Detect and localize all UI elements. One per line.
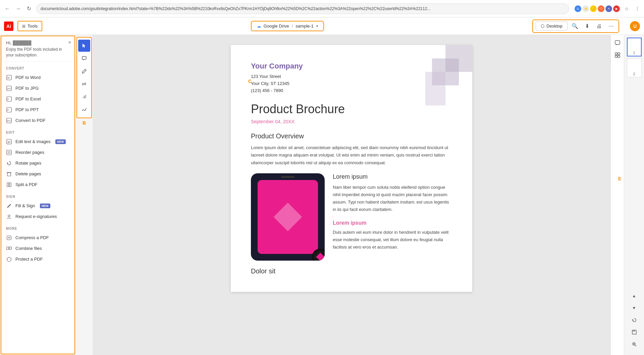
scroll-up-icon[interactable]: ▲ [629,291,640,301]
refresh-doc-icon[interactable] [629,315,640,325]
page-thumb-2[interactable]: 2 [627,58,642,77]
header-center: ☁ Google Drive / sample-1 ▾ [46,21,528,31]
sidebar-item-split-pdf[interactable]: Split a PDF [1,179,74,190]
section1-body: Lorem ipsum dolor sit amet, consectetuer… [251,144,452,166]
svg-line-42 [635,345,636,346]
app-header: Ai ⊞ Tools A ☁ Google Drive / sample-1 ▾… [0,17,644,35]
col1-body: Nam liber tempor cum soluta nobis eleife… [333,184,452,213]
breadcrumb-service-icon: ☁ [257,24,261,29]
header-right-actions: ⬡ Desktop 🔍 ⬇ 🖨 ⋯ [532,19,619,33]
breadcrumb-sep: / [292,24,293,29]
svg-rect-33 [615,41,620,44]
svg-rect-16 [7,173,11,176]
split-pdf-icon [6,182,12,188]
pdf-to-word-label: PDF to Word [15,75,41,80]
breadcrumb-arrow-icon: ▾ [316,24,318,28]
convert-pdf-icon: PDF [6,118,12,124]
signature-tool-button[interactable] [78,103,90,116]
page-num-1: 1 [633,51,635,55]
sidebar-item-reorder-pages[interactable]: Reorder pages [1,147,74,158]
company-address: 123 Your Street Your City, ST 12345 (123… [251,73,452,94]
svg-rect-20 [7,183,9,187]
ext-icon-6[interactable]: ▶ [613,5,620,12]
sidebar: Hi, ██████ Enjoy the PDF tools included … [1,36,75,354]
desktop-button[interactable]: ⬡ Desktop [536,21,568,31]
close-button[interactable]: × [68,40,71,45]
annotation-b: B [83,120,86,126]
svg-text:W: W [7,77,10,79]
browser-actions: G ⭐ 🔑 🛡 A ▶ ☆ ⋮ [575,5,641,13]
refresh-button[interactable]: ↻ [24,4,34,13]
sidebar-item-compress-pdf[interactable]: Compress a PDF [1,232,74,243]
pdf-word-icon: W [6,75,12,81]
phone-image [251,173,325,261]
back-button[interactable]: ← [3,4,12,13]
pen-tool-button[interactable] [78,65,90,77]
svg-point-22 [8,215,10,217]
more-icon[interactable]: ⋮ [633,5,641,13]
bookmark-icon[interactable]: ☆ [623,5,631,13]
zoom-icon[interactable] [629,339,640,350]
page-thumb-1[interactable]: 1 [627,38,642,56]
ext-icon-4[interactable]: 🛡 [598,5,604,12]
cursor-tool-button[interactable] [78,40,90,52]
svg-rect-36 [615,55,617,57]
comment-tool-button[interactable] [78,52,90,64]
sidebar-item-delete-pages[interactable]: Delete pages [1,169,74,179]
print-icon[interactable]: 🖨 [594,21,604,31]
save-doc-icon[interactable] [629,327,640,338]
edit-text-images-label: Edit text & images [15,139,51,144]
compress-pdf-label: Compress a PDF [15,235,49,240]
request-esig-icon [6,214,12,220]
svg-rect-25 [7,247,9,250]
sidebar-item-pdf-to-word[interactable]: W PDF to Word [1,72,74,83]
doc-title: Product Brochure [251,102,452,116]
sidebar-item-fill-sign[interactable]: Fill & Sign NEW [1,201,74,211]
download-icon[interactable]: ⬇ [582,21,592,31]
col1-heading: Lorem ipsum [333,173,452,180]
user-avatar[interactable]: U [630,21,640,31]
sidebar-item-request-esig[interactable]: Request e-signatures [1,211,74,222]
pdf-to-ppt-label: PDF to PPT [15,107,39,112]
sidebar-item-rotate-pages[interactable]: Rotate pages [1,158,74,169]
doc-date: September 04, 20XX [251,119,452,124]
breadcrumb-nav[interactable]: ☁ Google Drive / sample-1 ▾ [251,21,324,31]
protect-pdf-icon [6,256,12,262]
ext-icon-3[interactable]: 🔑 [590,5,597,12]
address-bar[interactable]: documentcloud.adobe.com/gsuitintegration… [36,3,569,14]
sidebar-item-pdf-to-excel[interactable]: E PDF to Excel [1,94,74,104]
search-icon[interactable]: 🔍 [570,21,580,31]
comment-bubble-icon[interactable] [612,38,623,48]
forward-button[interactable]: → [13,4,23,13]
pdf-excel-icon: E [6,96,12,102]
ext-icon-2[interactable]: ⭐ [582,5,589,12]
phone-notch [281,176,294,178]
rotate-pages-label: Rotate pages [15,161,41,166]
sidebar-item-combine-files[interactable]: Combine files [1,243,74,254]
text-tool-button[interactable]: A [78,91,90,103]
page-thumbnails-panel: 1 2 ▲ ▼ [624,35,644,355]
scroll-down-icon[interactable]: ▼ [629,303,640,313]
greeting-section: Hi, ██████ Enjoy the PDF tools included … [1,36,74,62]
sidebar-item-pdf-to-jpg[interactable]: JPG PDF to JPG [1,83,74,94]
ext-icon-5[interactable]: A [605,5,612,12]
address-line1: 123 Your Street [251,73,452,80]
sidebar-item-protect-pdf[interactable]: Protect a PDF [1,254,74,265]
delete-pages-label: Delete pages [15,171,41,176]
breadcrumb-file: sample-1 [296,24,313,29]
more-options-icon[interactable]: ⋯ [606,21,616,31]
tools-tab[interactable]: ⊞ Tools [17,21,42,31]
ext-icon-1[interactable]: G [575,5,581,12]
annotation-c: C [248,79,252,84]
sidebar-item-convert-to-pdf[interactable]: PDF Convert to PDF [1,115,74,126]
sidebar-item-pdf-to-ppt[interactable]: P PDF to PPT [1,104,74,115]
sidebar-item-edit-text-images[interactable]: Edit text & images NEW [1,136,74,147]
address-line3: (123) 456 - 7890 [251,87,452,94]
greeting-name: Hi, ██████ [6,40,70,45]
greeting-hi: Hi, [6,40,12,45]
svg-rect-34 [615,53,617,55]
link-tool-button[interactable] [78,78,90,90]
more-section-label: MORE [1,222,74,232]
right-panel [610,35,624,355]
grid-view-icon[interactable] [612,50,623,60]
